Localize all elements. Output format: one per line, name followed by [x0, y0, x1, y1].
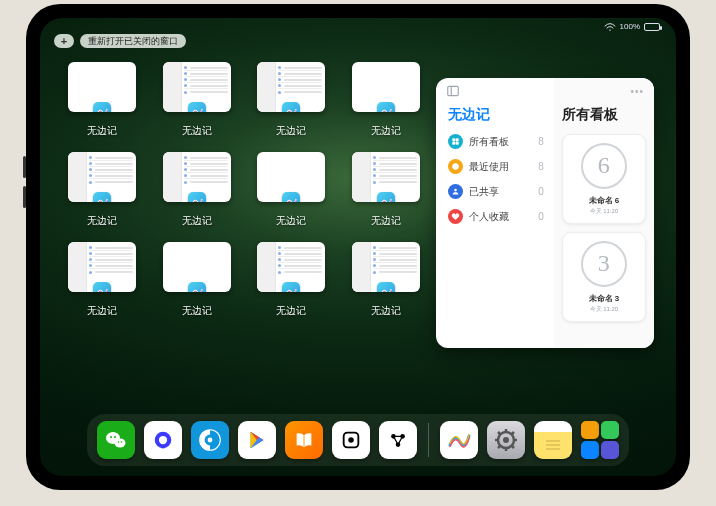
volume-up-button[interactable] — [23, 156, 26, 178]
svg-point-15 — [159, 436, 167, 444]
board-time: 今天 11:20 — [590, 207, 619, 216]
battery-icon — [644, 23, 660, 31]
sidebar-item-count: 0 — [538, 211, 544, 222]
board-card[interactable]: 6未命名 6今天 11:20 — [562, 134, 646, 224]
app-library-mini-icon — [601, 421, 619, 439]
freeform-app-icon — [188, 282, 206, 292]
board-preview: 6 — [581, 143, 627, 189]
sidebar-item-label: 最近使用 — [469, 160, 509, 174]
new-window-button[interactable]: + — [54, 34, 74, 48]
window-thumbnail[interactable]: 无边记 — [161, 242, 234, 318]
sidebar-item-heart[interactable]: 个人收藏0 — [448, 209, 544, 224]
dock-app-books[interactable] — [285, 421, 323, 459]
svg-rect-16 — [161, 446, 165, 448]
sidebar-item-grid[interactable]: 所有看板8 — [448, 134, 544, 149]
svg-point-13 — [121, 441, 123, 443]
window-label: 无边记 — [182, 304, 212, 318]
sidebar-item-label: 所有看板 — [469, 135, 509, 149]
dock-app-freeform[interactable] — [440, 421, 478, 459]
svg-rect-0 — [448, 86, 459, 95]
window-thumbnail[interactable]: 无边记 — [66, 242, 139, 318]
freeform-app-icon — [377, 102, 395, 112]
sidebar-item-label: 个人收藏 — [469, 210, 509, 224]
window-thumbnail[interactable]: 无边记 — [66, 152, 139, 228]
dock-app-play[interactable] — [238, 421, 276, 459]
sidebar-item-count: 0 — [538, 186, 544, 197]
slideover-right-title: 所有看板 — [562, 106, 646, 124]
sidebar-item-count: 8 — [538, 136, 544, 147]
sidebar-item-label: 已共享 — [469, 185, 499, 199]
window-thumbnail[interactable]: 无边记 — [161, 152, 234, 228]
window-label: 无边记 — [182, 214, 212, 228]
freeform-app-icon — [93, 102, 111, 112]
app-library-mini-icon — [581, 421, 599, 439]
dock-app-qqbrowser[interactable] — [191, 421, 229, 459]
svg-point-9 — [115, 439, 126, 448]
window-label: 无边记 — [276, 124, 306, 138]
sidebar-item-share[interactable]: 已共享0 — [448, 184, 544, 199]
dock-app-settings[interactable] — [487, 421, 525, 459]
freeform-app-icon — [93, 282, 111, 292]
svg-rect-3 — [456, 139, 459, 142]
slideover-panel[interactable]: ••• 无边记 所有看板8最近使用8已共享0个人收藏0 所有看板 6未命名 6今… — [436, 78, 654, 348]
window-thumbnail[interactable]: 无边记 — [255, 152, 328, 228]
status-bar: 100% — [604, 22, 660, 31]
window-label: 无边记 — [87, 304, 117, 318]
svg-rect-2 — [453, 139, 456, 142]
board-card[interactable]: 3未命名 3今天 11:20 — [562, 232, 646, 322]
window-controls-icon[interactable]: ••• — [630, 86, 644, 97]
window-label: 无边记 — [87, 124, 117, 138]
ipad-frame: 100% + 重新打开已关闭的窗口 无边记无边记无边记无边记无边记无边记无边记无… — [26, 4, 690, 490]
window-thumbnail[interactable]: 无边记 — [255, 62, 328, 138]
slideover-content: 所有看板 6未命名 6今天 11:203未命名 3今天 11:20 — [554, 78, 654, 348]
sidebar-toggle-icon[interactable] — [446, 84, 460, 102]
dock-separator — [428, 423, 429, 457]
freeform-app-icon — [282, 102, 300, 112]
app-library-mini-icon — [581, 441, 599, 459]
window-label: 无边记 — [182, 124, 212, 138]
svg-point-12 — [118, 441, 120, 443]
sidebar-item-count: 8 — [538, 161, 544, 172]
svg-point-27 — [503, 437, 509, 443]
window-label: 无边记 — [87, 214, 117, 228]
freeform-app-icon — [377, 282, 395, 292]
freeform-app-icon — [377, 192, 395, 202]
sidebar-item-clock[interactable]: 最近使用8 — [448, 159, 544, 174]
svg-point-22 — [348, 437, 354, 443]
dock-app-wechat[interactable] — [97, 421, 135, 459]
freeform-app-icon — [282, 192, 300, 202]
window-thumbnail[interactable]: 无边记 — [350, 152, 423, 228]
board-preview: 3 — [581, 241, 627, 287]
reopen-closed-window-button[interactable]: 重新打开已关闭的窗口 — [80, 34, 186, 48]
window-label: 无边记 — [371, 214, 401, 228]
svg-line-35 — [512, 432, 514, 434]
slideover-left-title: 无边记 — [448, 106, 544, 124]
svg-rect-5 — [456, 142, 459, 145]
window-label: 无边记 — [371, 304, 401, 318]
grid-icon — [448, 134, 463, 149]
svg-line-34 — [498, 446, 500, 448]
dock-app-dots[interactable] — [379, 421, 417, 459]
window-label: 无边记 — [371, 124, 401, 138]
dock-app-quark[interactable] — [144, 421, 182, 459]
dock — [87, 414, 629, 466]
window-thumbnail[interactable]: 无边记 — [161, 62, 234, 138]
svg-point-7 — [454, 189, 456, 191]
board-name: 未命名 3 — [589, 293, 620, 304]
dock-app-dice[interactable] — [332, 421, 370, 459]
app-library-mini-icon — [601, 441, 619, 459]
dock-app-notes[interactable] — [534, 421, 572, 459]
freeform-app-icon — [93, 192, 111, 202]
battery-text: 100% — [620, 22, 640, 31]
svg-line-33 — [512, 446, 514, 448]
slideover-sidebar: 无边记 所有看板8最近使用8已共享0个人收藏0 — [436, 78, 554, 348]
svg-line-32 — [498, 432, 500, 434]
app-library-button[interactable] — [581, 421, 619, 459]
window-thumbnail[interactable]: 无边记 — [350, 242, 423, 318]
window-thumbnail[interactable]: 无边记 — [255, 242, 328, 318]
svg-point-11 — [114, 436, 116, 438]
window-thumbnail[interactable]: 无边记 — [350, 62, 423, 138]
freeform-app-icon — [188, 102, 206, 112]
window-thumbnail[interactable]: 无边记 — [66, 62, 139, 138]
volume-down-button[interactable] — [23, 186, 26, 208]
